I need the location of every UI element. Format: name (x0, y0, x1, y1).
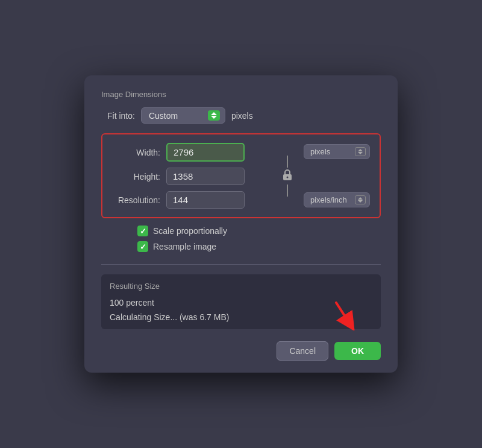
scale-proportionally-row[interactable]: ✓ Scale proportionally (137, 226, 381, 236)
width-label: Width: (112, 148, 160, 157)
arrow-down-icon (211, 116, 217, 119)
checkboxes-area: ✓ Scale proportionally ✓ Resample image (101, 226, 381, 252)
height-label: Height: (112, 172, 160, 181)
dimensions-fields: Width: Height: Resolution: (112, 143, 271, 209)
arrow-up-icon (211, 112, 217, 115)
height-input[interactable] (166, 168, 245, 185)
resample-image-label: Resample image (153, 242, 216, 251)
fit-into-value: Custom (149, 111, 203, 121)
resulting-size-title: Resulting Size (110, 282, 372, 291)
ppi-arrow-up (358, 197, 363, 200)
lock-line-bottom (287, 185, 288, 197)
checkmark-icon-2: ✓ (140, 243, 146, 251)
lock-bracket (280, 143, 295, 209)
scale-proportionally-checkbox[interactable]: ✓ (137, 226, 148, 236)
ppi-arrow-down (358, 200, 363, 203)
image-dimensions-title: Image Dimensions (101, 90, 381, 99)
unit-selectors: pixels pixels/inch (304, 143, 370, 209)
cancel-button[interactable]: Cancel (277, 341, 328, 361)
checkmark-icon: ✓ (140, 227, 146, 235)
pixels-per-inch-unit-select[interactable]: pixels/inch (304, 192, 370, 207)
fit-into-label: Fit into: (107, 111, 135, 121)
height-row: Height: (112, 168, 271, 185)
width-input[interactable] (166, 143, 245, 162)
fit-into-unit-label: pixels (231, 111, 253, 121)
pixels-arrow-down (358, 152, 363, 154)
pixels-per-inch-arrows (355, 195, 366, 204)
dimensions-box: Width: Height: Resolution: (101, 133, 381, 218)
lock-icon (282, 169, 293, 183)
lock-line-top (287, 156, 288, 168)
resolution-label: Resolution: (112, 195, 160, 205)
pixels-unit-arrows (355, 147, 366, 156)
resolution-row: Resolution: (112, 191, 271, 209)
resample-image-row[interactable]: ✓ Resample image (137, 241, 381, 252)
pixels-per-inch-text: pixels/inch (310, 195, 351, 204)
red-arrow (331, 300, 355, 333)
image-dimensions-dialog: Image Dimensions Fit into: Custom pixels… (84, 75, 398, 373)
fit-into-select[interactable]: Custom (141, 107, 225, 124)
unit-spacer (304, 165, 370, 186)
buttons-row: Cancel OK (101, 341, 381, 361)
scale-proportionally-label: Scale proportionally (153, 226, 227, 236)
svg-point-1 (287, 176, 289, 178)
pixels-unit-select[interactable]: pixels (304, 144, 370, 159)
fit-into-row: Fit into: Custom pixels (101, 107, 381, 124)
resolution-input[interactable] (166, 191, 245, 209)
fit-into-arrows (208, 110, 220, 121)
pixels-unit-text: pixels (310, 147, 351, 156)
ok-button[interactable]: OK (334, 342, 381, 360)
resample-image-checkbox[interactable]: ✓ (137, 241, 148, 252)
section-divider (101, 264, 381, 265)
pixels-arrow-up (358, 149, 363, 151)
svg-line-3 (336, 303, 349, 323)
width-row: Width: (112, 143, 271, 162)
